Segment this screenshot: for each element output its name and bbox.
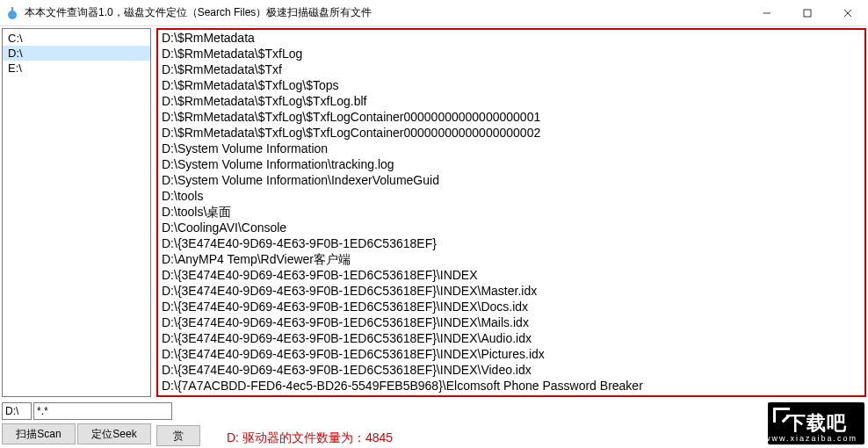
pattern-input[interactable] — [33, 402, 172, 420]
watermark-sub: www.xiazaiba.com — [764, 434, 857, 443]
svg-point-0 — [8, 11, 17, 19]
result-line[interactable]: D:\$RmMetadata\$TxfLog\$TxfLog.blf — [162, 93, 861, 109]
result-line[interactable]: D:\{3E474E40-9D69-4E63-9F0B-1ED6C53618EF… — [162, 299, 861, 314]
result-line[interactable]: D:\$RmMetadata — [162, 30, 861, 46]
reward-button[interactable]: 赏 — [156, 425, 200, 446]
status-text: D: 驱动器的文件数量为：4845 — [227, 430, 393, 446]
result-line[interactable]: D:\System Volume Information\tracking.lo… — [162, 156, 861, 172]
minimize-button[interactable] — [747, 0, 787, 25]
watermark-logo: 下载吧 www.xiazaiba.com — [768, 402, 864, 444]
result-line[interactable]: D:\{3E474E40-9D69-4E63-9F0B-1ED6C53618EF… — [162, 267, 861, 283]
window-title: 本本文件查询器1.0，磁盘文件定位（Search Files）极速扫描磁盘所有文… — [25, 5, 747, 20]
app-icon — [5, 6, 19, 20]
result-line[interactable]: D:\{3E474E40-9D69-4E63-9F0B-1ED6C53618EF… — [162, 235, 861, 251]
result-line[interactable]: D:\{3E474E40-9D69-4E63-9F0B-1ED6C53618EF… — [162, 283, 861, 299]
drive-input[interactable] — [2, 402, 32, 420]
result-line[interactable]: D:\{3E474E40-9D69-4E63-9F0B-1ED6C53618EF… — [162, 362, 861, 378]
scan-button[interactable]: 扫描Scan — [2, 423, 76, 444]
result-line[interactable]: D:\System Volume Information\IndexerVolu… — [162, 172, 861, 188]
result-line[interactable]: D:\{7A7ACBDD-FED6-4ec5-BD26-5549FEB5B968… — [162, 394, 861, 397]
result-line[interactable]: D:\System Volume Information — [162, 141, 861, 156]
result-line[interactable]: D:\{3E474E40-9D69-4E63-9F0B-1ED6C53618EF… — [162, 330, 861, 346]
svg-rect-1 — [11, 7, 13, 11]
result-line[interactable]: D:\CoolingAVI\Console — [162, 220, 861, 235]
results-list[interactable]: D:\$RmMetadataD:\$RmMetadata\$TxfLogD:\$… — [156, 28, 866, 397]
result-line[interactable]: D:\AnyMP4 Temp\RdViewer客户端 — [162, 251, 861, 267]
result-line[interactable]: D:\$RmMetadata\$Txf — [162, 61, 861, 77]
result-line[interactable]: D:\tools — [162, 188, 861, 204]
result-line[interactable]: D:\$RmMetadata\$TxfLog\$TxfLogContainer0… — [162, 109, 861, 125]
result-line[interactable]: D:\{7A7ACBDD-FED6-4ec5-BD26-5549FEB5B968… — [162, 378, 861, 394]
drive-list[interactable]: C:\D:\E:\ — [2, 28, 151, 397]
drive-item[interactable]: C:\ — [3, 31, 150, 46]
watermark-main: 下载吧 — [786, 410, 847, 437]
titlebar: 本本文件查询器1.0，磁盘文件定位（Search Files）极速扫描磁盘所有文… — [0, 0, 868, 26]
result-line[interactable]: D:\$RmMetadata\$TxfLog — [162, 46, 861, 61]
result-line[interactable]: D:\{3E474E40-9D69-4E63-9F0B-1ED6C53618EF… — [162, 346, 861, 362]
drive-item[interactable]: D:\ — [3, 46, 150, 61]
drive-item[interactable]: E:\ — [3, 61, 150, 76]
svg-rect-3 — [804, 10, 811, 17]
window-controls — [747, 0, 868, 25]
result-line[interactable]: D:\{3E474E40-9D69-4E63-9F0B-1ED6C53618EF… — [162, 314, 861, 330]
result-line[interactable]: D:\$RmMetadata\$TxfLog\$TxfLogContainer0… — [162, 125, 861, 141]
seek-button[interactable]: 定位Seek — [77, 423, 151, 444]
maximize-button[interactable] — [787, 0, 828, 25]
result-line[interactable]: D:\tools\桌面 — [162, 204, 861, 220]
result-line[interactable]: D:\$RmMetadata\$TxfLog\$Tops — [162, 77, 861, 93]
close-button[interactable] — [828, 0, 868, 25]
